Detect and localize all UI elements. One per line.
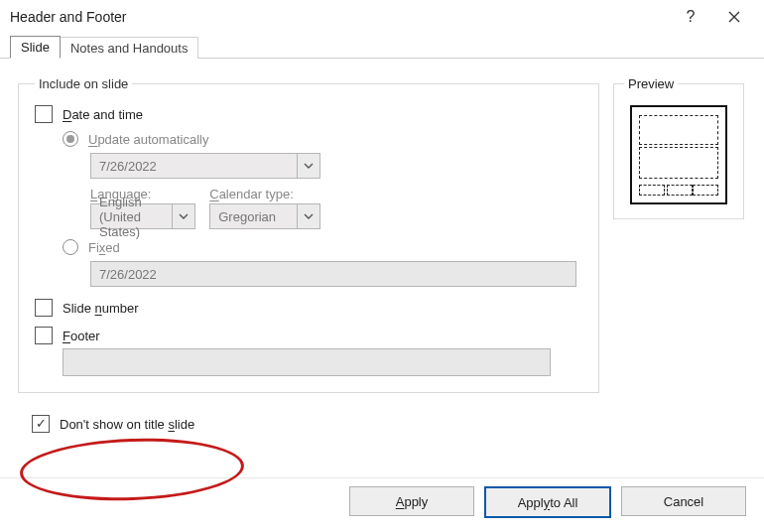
tab-slide[interactable]: Slide (10, 36, 61, 59)
tab-strip: Slide Notes and Handouts (0, 34, 764, 59)
fixed-radio[interactable] (63, 239, 78, 255)
update-automatically-row: Update automatically (63, 131, 582, 147)
preview-body-placeholder (639, 147, 718, 179)
title-bar: Header and Footer ? (0, 0, 764, 34)
slide-number-label: Slide number (63, 301, 139, 316)
update-automatically-label: Update automatically (88, 132, 208, 147)
language-combo-value: English (United States) (91, 195, 172, 239)
fixed-row: Fixed (63, 239, 582, 255)
calendar-type-label: Calendar type: (209, 187, 320, 201)
chevron-down-icon (304, 211, 314, 221)
update-automatically-radio[interactable] (63, 131, 78, 147)
annotation-ellipse (19, 435, 245, 504)
separator (0, 477, 764, 478)
calendar-type-combo[interactable]: Gregorian (209, 203, 320, 229)
date-combo[interactable]: 7/26/2022 (90, 153, 320, 179)
dialog-body: Include on slide Date and time Update au… (0, 59, 764, 439)
include-on-slide-group: Include on slide Date and time Update au… (18, 76, 599, 393)
cancel-button[interactable]: Cancel (621, 486, 746, 516)
chevron-down-icon (304, 161, 314, 171)
apply-button[interactable]: Apply (349, 486, 474, 516)
footer-checkbox[interactable] (35, 327, 53, 344)
dont-show-on-title-slide-label: Don't show on title slide (60, 417, 194, 432)
slide-number-checkbox[interactable] (35, 299, 53, 317)
calendar-type-value: Gregorian (210, 209, 297, 224)
preview-thumbnail (630, 105, 727, 204)
preview-group: Preview (613, 76, 744, 219)
include-on-slide-legend: Include on slide (35, 76, 132, 91)
slide-number-row: Slide number (35, 299, 582, 317)
preview-footer-right (693, 185, 718, 196)
help-button[interactable]: ? (669, 0, 712, 34)
preview-footer-center (667, 185, 693, 196)
date-combo-value: 7/26/2022 (91, 159, 297, 174)
fixed-label: Fixed (88, 240, 120, 255)
close-icon (728, 11, 740, 23)
preview-legend: Preview (624, 76, 678, 91)
date-combo-button[interactable] (297, 154, 319, 178)
footer-label: Footer (63, 329, 100, 343)
dont-show-row: Don't show on title slide (32, 415, 746, 433)
calendar-type-button[interactable] (297, 204, 319, 228)
dont-show-on-title-slide-checkbox[interactable] (32, 415, 50, 433)
fixed-date-value: 7/26/2022 (99, 267, 157, 282)
window-title: Header and Footer (10, 9, 669, 25)
footer-textbox[interactable] (63, 348, 551, 376)
date-time-checkbox[interactable] (35, 105, 53, 123)
language-combo-button[interactable] (172, 204, 194, 228)
dialog-buttons: Apply Apply to All Cancel (349, 486, 746, 518)
preview-footer-left (639, 185, 665, 196)
apply-to-all-button[interactable]: Apply to All (484, 486, 611, 518)
language-combo[interactable]: English (United States) (90, 203, 195, 229)
preview-title-placeholder (639, 115, 718, 145)
fixed-date-textbox[interactable]: 7/26/2022 (90, 261, 576, 287)
chevron-down-icon (179, 211, 189, 221)
date-time-label: Date and time (63, 107, 143, 122)
close-button[interactable] (712, 0, 756, 34)
tab-notes-and-handouts[interactable]: Notes and Handouts (60, 37, 199, 59)
footer-row: Footer (35, 327, 582, 344)
date-time-row: Date and time (35, 105, 582, 123)
